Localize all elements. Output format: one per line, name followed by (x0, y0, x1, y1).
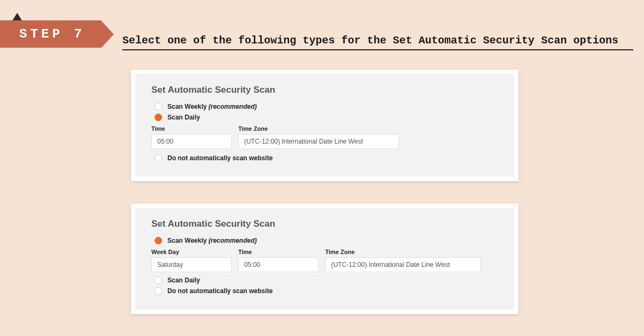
option-scan-weekly[interactable]: Scan Weekly (recommended) (155, 237, 498, 244)
time-field-group: Time 05:00 (238, 249, 319, 272)
option-no-scan[interactable]: Do not automatically scan website (155, 287, 498, 295)
radio-icon (155, 287, 162, 295)
option-label: Scan Daily (167, 277, 200, 284)
timezone-label: Time Zone (238, 125, 399, 132)
opt-weekly-recommended: (recommended) (209, 103, 257, 110)
opt-weekly-text: Scan Weekly (167, 237, 207, 244)
step-badge: STEP 7 (0, 20, 101, 48)
timezone-select[interactable]: (UTC-12:00) International Date Line West (325, 257, 481, 272)
option-label: Do not automatically scan website (167, 287, 273, 295)
time-input[interactable]: 05:00 (238, 257, 319, 272)
option-label: Scan Weekly (recommended) (167, 237, 257, 244)
time-field-group: Time 05:00 (151, 125, 232, 149)
timezone-label: Time Zone (325, 249, 481, 255)
timezone-field-group: Time Zone (UTC-12:00) International Date… (238, 125, 399, 149)
time-label: Time (238, 249, 319, 255)
option-no-scan[interactable]: Do not automatically scan website (155, 154, 498, 162)
radio-icon (155, 277, 162, 284)
instruction-text: Select one of the following types for th… (122, 34, 618, 47)
field-row: Time 05:00 Time Zone (UTC-12:00) Interna… (151, 125, 498, 149)
time-label: Time (151, 125, 232, 132)
option-scan-weekly[interactable]: Scan Weekly (recommended) (155, 103, 498, 110)
weekday-field-group: Week Day Saturday (151, 249, 232, 272)
panel-title: Set Automatic Security Scan (151, 85, 498, 95)
divider (122, 49, 633, 50)
radio-selected-icon (155, 114, 162, 121)
panel-inner: Set Automatic Security Scan Scan Weekly … (135, 74, 514, 177)
panel-title: Set Automatic Security Scan (151, 219, 498, 229)
timezone-field-group: Time Zone (UTC-12:00) International Date… (325, 249, 481, 272)
panel-inner: Set Automatic Security Scan Scan Weekly … (135, 208, 514, 310)
opt-weekly-text: Scan Weekly (167, 103, 207, 110)
radio-icon (155, 154, 162, 162)
option-label: Scan Daily (167, 114, 200, 121)
option-scan-daily[interactable]: Scan Daily (155, 114, 498, 121)
weekday-select[interactable]: Saturday (151, 257, 232, 272)
radio-selected-icon (155, 237, 162, 244)
option-scan-daily[interactable]: Scan Daily (155, 277, 498, 284)
field-row: Week Day Saturday Time 05:00 Time Zone (… (151, 249, 498, 272)
radio-icon (155, 103, 162, 110)
opt-weekly-recommended: (recommended) (209, 237, 257, 244)
time-input[interactable]: 05:00 (151, 134, 232, 149)
scan-panel-weekly: Set Automatic Security Scan Scan Weekly … (131, 204, 518, 314)
timezone-select[interactable]: (UTC-12:00) International Date Line West (238, 134, 399, 149)
scan-panel-daily: Set Automatic Security Scan Scan Weekly … (131, 70, 518, 181)
option-label: Do not automatically scan website (167, 154, 273, 162)
weekday-label: Week Day (151, 249, 232, 255)
option-label: Scan Weekly (recommended) (167, 103, 257, 110)
